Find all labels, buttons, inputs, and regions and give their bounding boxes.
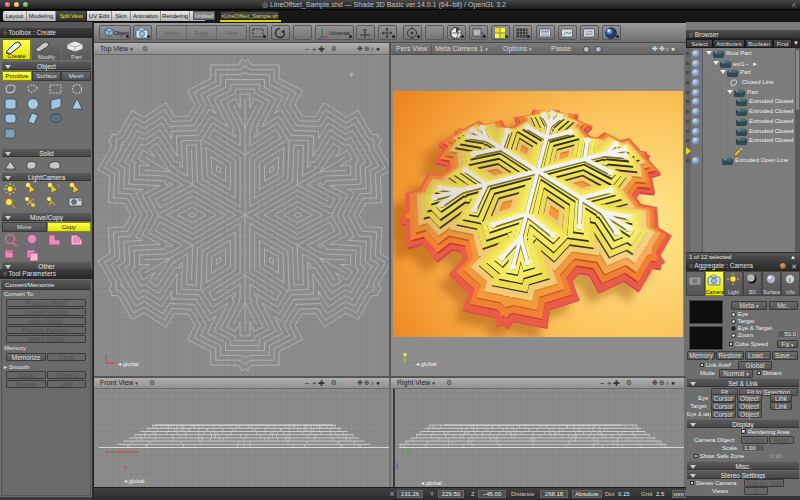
svg-text:i: i xyxy=(789,276,791,284)
svg-text:123: 123 xyxy=(585,31,593,36)
svg-text:◂ global: ◂ global xyxy=(118,361,139,367)
svg-text:◂ global: ◂ global xyxy=(416,361,437,367)
svg-text:Universal: Universal xyxy=(329,30,350,36)
